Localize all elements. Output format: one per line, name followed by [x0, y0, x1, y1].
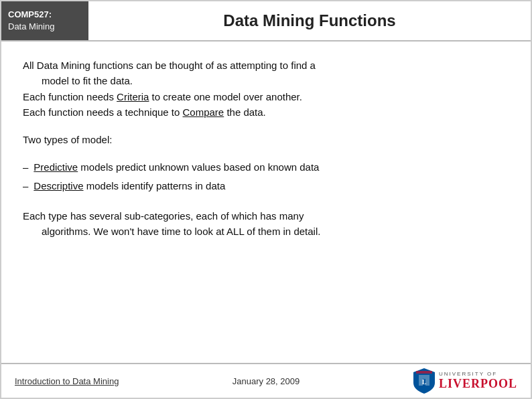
footer-logo-area: L UNIVERSITY OF LIVERPOOL	[350, 368, 517, 394]
para3-text: Each function needs a technique to Compa…	[23, 106, 266, 118]
dash-2: –	[23, 178, 28, 193]
predictive-label: Predictive	[34, 161, 78, 173]
para4-line1: Each type has several sub-categories, ea…	[23, 210, 304, 222]
course-name: Data Mining	[8, 21, 82, 33]
compare-text: Compare	[183, 106, 224, 118]
footer: Introduction to Data Mining January 28, …	[1, 363, 531, 398]
university-text: UNIVERSITY OF LIVERPOOL	[439, 371, 517, 391]
footer-link-text: Introduction to Data Mining	[15, 376, 119, 386]
univ-of-text: UNIVERSITY OF	[439, 371, 517, 377]
footer-date: January 28, 2009	[182, 376, 350, 386]
dash-1: –	[23, 159, 28, 175]
paragraph-4: Each type has several sub-categories, ea…	[23, 208, 509, 240]
descriptive-label: Descriptive	[34, 180, 83, 191]
para4-line2: algorithms. We won't have time to look a…	[23, 224, 509, 239]
header-right: Data Mining Functions	[88, 1, 531, 40]
header: COMP527: Data Mining Data Mining Functio…	[1, 1, 531, 42]
para2-text: Each function needs Criteria to create o…	[23, 91, 302, 102]
descriptive-text: Descriptive models identify patterns in …	[34, 178, 225, 193]
list-item-descriptive: – Descriptive models identify patterns i…	[23, 178, 509, 193]
para1-line1: All Data Mining functions can be thought…	[23, 60, 316, 71]
two-types-intro: Two types of model:	[23, 132, 509, 147]
two-types-label: Two types of model:	[23, 134, 112, 145]
shield-icon: L	[413, 368, 435, 394]
criteria-text: Criteria	[117, 91, 149, 102]
list-item-predictive: – Predictive models predict unknown valu…	[23, 159, 509, 175]
liverpool-name: LIVERPOOL	[439, 377, 517, 391]
slide-container: COMP527: Data Mining Data Mining Functio…	[0, 0, 532, 399]
slide-title: Data Mining Functions	[223, 11, 395, 30]
course-code: COMP527:	[8, 9, 82, 21]
date-text: January 28, 2009	[232, 376, 300, 386]
slide-body: All Data Mining functions can be thought…	[1, 42, 531, 363]
predictive-text: Predictive models predict unknown values…	[34, 159, 319, 175]
paragraph-1: All Data Mining functions can be thought…	[23, 58, 509, 120]
liverpool-logo: L UNIVERSITY OF LIVERPOOL	[413, 368, 517, 394]
header-left: COMP527: Data Mining	[1, 1, 88, 40]
model-list: – Predictive models predict unknown valu…	[23, 159, 509, 196]
svg-text:L: L	[422, 378, 427, 386]
footer-link[interactable]: Introduction to Data Mining	[15, 376, 182, 386]
para1-line2: model to fit the data.	[23, 73, 509, 88]
